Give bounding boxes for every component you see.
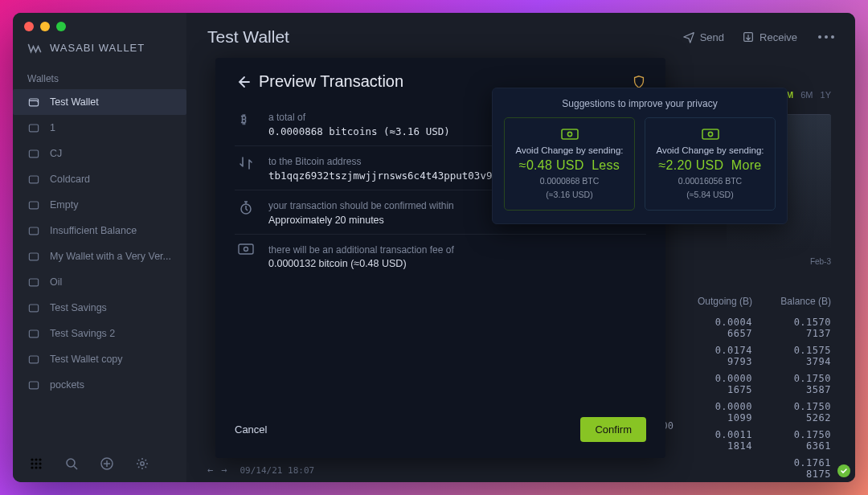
cell-balance: 0.1750 3587 xyxy=(765,373,831,395)
app-window: WASABI WALLET Wallets Test Wallet 1 CJ C… xyxy=(13,13,855,482)
window-controls xyxy=(24,22,66,31)
cell-outgoing: 0.0004 6657 xyxy=(686,317,752,339)
table-row[interactable]: 0.0174 97930.1575 3794 xyxy=(686,345,831,367)
sidebar-item-oil[interactable]: Oil xyxy=(13,269,186,295)
card-btc: 0.00016056 BTC xyxy=(652,174,768,188)
shield-icon[interactable] xyxy=(632,75,646,89)
status-timestamp: 09/14/21 18:07 xyxy=(240,465,314,476)
sidebar-item-label: Test Savings xyxy=(50,302,107,313)
chart-date-label: Feb-3 xyxy=(810,257,831,266)
svg-rect-7 xyxy=(29,279,38,286)
sidebar-item-label: CJ xyxy=(50,148,62,159)
svg-rect-5 xyxy=(29,227,38,235)
card-message: Avoid Change by sending: xyxy=(652,145,768,155)
check-icon xyxy=(840,467,848,475)
send-icon xyxy=(682,31,695,43)
sidebar-item-coldcard[interactable]: Coldcard xyxy=(13,166,186,192)
card-btc: 0.0000868 BTC xyxy=(511,174,628,188)
svg-point-28 xyxy=(244,247,248,251)
sidebar-item-pockets[interactable]: pockets xyxy=(13,372,186,398)
close-window-button[interactable] xyxy=(24,22,34,31)
topbar: Test Wallet Send Receive xyxy=(186,13,855,55)
svg-rect-9 xyxy=(29,330,38,338)
svg-rect-27 xyxy=(239,244,253,254)
nav-forward-icon[interactable]: → xyxy=(221,464,227,476)
table-row[interactable]: 0.0011 18140.1750 6361 xyxy=(686,429,831,452)
cash-icon xyxy=(561,128,579,141)
svg-point-14 xyxy=(39,458,41,460)
sidebar-item-test-wallet-copy[interactable]: Test Wallet copy xyxy=(13,346,186,372)
confirm-button[interactable]: Confirm xyxy=(580,417,646,442)
sidebar-item-test-savings[interactable]: Test Savings xyxy=(13,295,186,321)
sidebar-item-label: My Wallet with a Very Ver... xyxy=(50,251,171,262)
svg-point-18 xyxy=(31,466,33,468)
table-row[interactable]: 0.0004 66570.1570 7137 xyxy=(686,317,831,339)
wallet-icon xyxy=(27,96,40,108)
svg-point-23 xyxy=(141,462,144,465)
suggestion-cards: Avoid Change by sending: ≈0.48 USD Less … xyxy=(504,117,776,211)
wallet-list: Test Wallet 1 CJ Coldcard Empty Insuffic… xyxy=(13,89,186,445)
svg-rect-11 xyxy=(29,382,38,389)
wallet-icon xyxy=(27,198,40,211)
table-row[interactable]: 0.0000 16750.1750 3587 xyxy=(686,373,831,395)
sidebar-item-label: Oil xyxy=(50,276,62,288)
wallet-icon xyxy=(27,250,40,263)
svg-rect-8 xyxy=(29,305,38,312)
more-menu-button[interactable] xyxy=(815,35,834,39)
send-button[interactable]: Send xyxy=(682,31,724,43)
tx-table-body: 0.0004 66570.1570 7137 0.0174 97930.1575… xyxy=(686,317,831,482)
sidebar-item-label: pockets xyxy=(50,379,84,391)
svg-rect-31 xyxy=(702,129,719,139)
sidebar-item-label: Coldcard xyxy=(50,174,90,185)
wallet-icon xyxy=(27,121,40,134)
sidebar-item-test-wallet[interactable]: Test Wallet xyxy=(13,89,186,115)
card-usd: (≈5.84 USD) xyxy=(652,188,768,202)
table-row[interactable]: 0.0000 10990.1750 5262 xyxy=(686,401,831,423)
wallet-icon xyxy=(27,353,40,366)
sidebar-item-my-wallet[interactable]: My Wallet with a Very Ver... xyxy=(13,243,186,269)
sidebar-item-insufficient-balance[interactable]: Insufficient Balance xyxy=(13,218,186,243)
receive-button[interactable]: Receive xyxy=(742,31,797,43)
card-amount-dir: Less xyxy=(592,158,620,172)
stopwatch-icon xyxy=(238,199,254,215)
cell-outgoing: 0.0011 1814 xyxy=(686,429,752,452)
page-title: Test Wallet xyxy=(207,27,666,47)
settings-icon[interactable] xyxy=(135,456,149,471)
svg-point-30 xyxy=(567,132,571,136)
search-icon[interactable] xyxy=(64,456,79,471)
cell-outgoing xyxy=(686,457,752,480)
svg-rect-6 xyxy=(29,253,38,260)
table-row[interactable]: 0.1761 8175 xyxy=(686,457,831,480)
tx-fee-row: there will be an additional transaction … xyxy=(235,235,646,277)
suggestion-card-less[interactable]: Avoid Change by sending: ≈0.48 USD Less … xyxy=(504,117,635,211)
cell-balance: 0.1750 5262 xyxy=(765,401,831,423)
receive-label: Receive xyxy=(760,31,797,43)
apps-icon[interactable] xyxy=(29,456,43,471)
send-label: Send xyxy=(700,31,724,43)
sidebar-item-cj[interactable]: CJ xyxy=(13,141,186,166)
sidebar-item-empty[interactable]: Empty xyxy=(13,192,186,218)
svg-text:₿: ₿ xyxy=(240,112,247,125)
sidebar-item-test-savings-2[interactable]: Test Savings 2 xyxy=(13,321,186,346)
minimize-window-button[interactable] xyxy=(40,22,50,31)
cell-balance: 0.1570 7137 xyxy=(765,317,831,339)
back-icon[interactable] xyxy=(235,74,251,90)
add-icon[interactable] xyxy=(100,456,114,471)
range-1y[interactable]: 1Y xyxy=(821,90,831,100)
col-balance: Balance (B) xyxy=(765,296,831,307)
sidebar-item-1[interactable]: 1 xyxy=(13,115,186,141)
tx-fee-label: there will be an additional transaction … xyxy=(268,243,643,258)
svg-rect-2 xyxy=(29,150,38,158)
dialog-footer: Cancel Confirm xyxy=(235,409,646,442)
suggestion-card-more[interactable]: Avoid Change by sending: ≈2.20 USD More … xyxy=(645,117,776,211)
top-actions: Send Receive xyxy=(682,31,834,43)
cancel-button[interactable]: Cancel xyxy=(235,423,267,436)
receive-icon xyxy=(742,31,755,43)
svg-point-17 xyxy=(39,462,41,464)
card-amount-dir: More xyxy=(731,158,762,172)
popover-title: Suggestions to improve your privacy xyxy=(504,98,776,117)
range-6m[interactable]: 6M xyxy=(800,90,813,100)
tx-fee-value: 0.0000132 bitcoin (≈0.48 USD) xyxy=(268,258,643,269)
maximize-window-button[interactable] xyxy=(56,22,66,31)
nav-back-icon[interactable]: ← xyxy=(207,464,213,476)
